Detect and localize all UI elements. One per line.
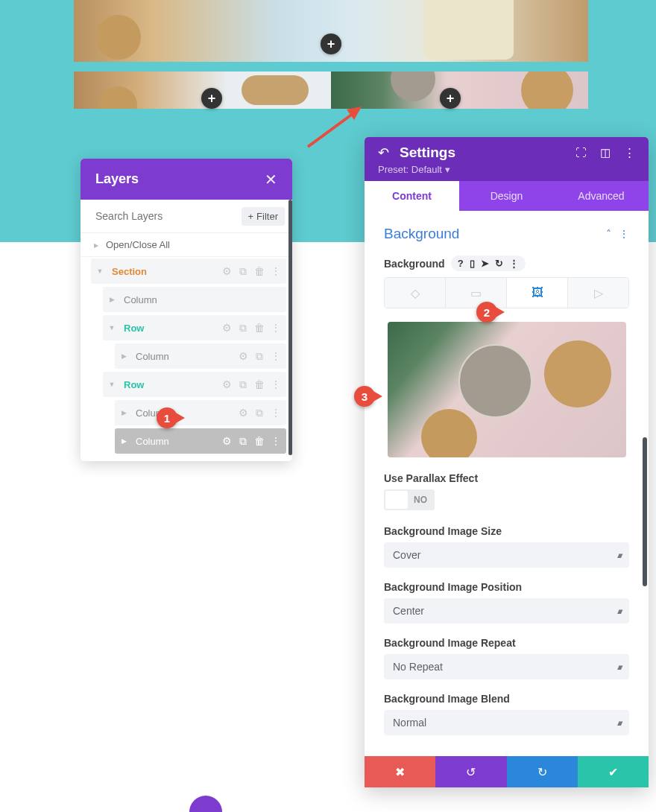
caret-icon[interactable]: ▶ — [103, 296, 121, 303]
layers-panel: Layers ✕ + Filter Open/Close All ▼ Secti… — [81, 159, 292, 461]
duplicate-icon[interactable]: ⧉ — [253, 407, 265, 419]
expand-icon[interactable]: ⛶ — [575, 146, 587, 159]
more-icon[interactable]: ⋮ — [270, 322, 282, 334]
bg-blend-select[interactable]: Normal ▴▾ — [384, 710, 629, 735]
caret-icon[interactable]: ▼ — [103, 381, 121, 388]
gear-icon[interactable]: ⚙ — [221, 322, 233, 334]
settings-footer: ✖ ↺ ↻ ✔ — [365, 756, 649, 787]
bg-blend-label: Background Image Blend — [384, 693, 629, 705]
annotation-arrow — [302, 101, 368, 153]
layer-label[interactable]: Column — [133, 407, 237, 419]
duplicate-icon[interactable]: ⧉ — [253, 350, 265, 363]
parallax-toggle[interactable]: NO — [384, 489, 435, 510]
gear-icon[interactable]: ⚙ — [221, 378, 233, 391]
duplicate-icon[interactable]: ⧉ — [237, 265, 249, 278]
add-column-1-button[interactable]: + — [201, 88, 222, 109]
add-column-2-button[interactable]: + — [440, 88, 461, 109]
chevron-down-icon: ▾ — [445, 164, 450, 175]
preset-selector[interactable]: Preset: Default ▾ — [378, 164, 635, 175]
gear-icon[interactable]: ⚙ — [237, 350, 249, 363]
layers-header: Layers ✕ — [81, 159, 292, 200]
tab-content[interactable]: Content — [365, 181, 459, 211]
more-icon[interactable]: ⋮ — [270, 265, 282, 278]
gear-icon[interactable]: ⚙ — [221, 435, 233, 448]
layer-column[interactable]: ▶ Column ⚙⧉⋮ — [115, 400, 286, 425]
plus-icon: + — [248, 211, 254, 222]
bg-image-tab[interactable]: 🖼 — [507, 278, 568, 308]
more-icon[interactable]: ⋮ — [270, 435, 282, 448]
back-icon[interactable]: ↶ — [378, 145, 389, 161]
layer-row[interactable]: ▼ Row ⚙⧉🗑⋮ — [103, 372, 286, 397]
settings-body: Background ˄⋮ Background ? ▯ ➤ ↻ ⋮ ◇ ▭ 🖼… — [365, 211, 649, 756]
layer-label[interactable]: Row — [121, 323, 221, 334]
toggle-knob — [385, 491, 408, 509]
more-icon[interactable]: ⋮ — [619, 228, 629, 240]
tab-design[interactable]: Design — [459, 181, 554, 211]
dock-icon[interactable]: ◫ — [600, 146, 611, 159]
layer-label[interactable]: Section — [109, 266, 221, 277]
settings-header: ↶ Settings ⛶ ◫ ⋮ Preset: Default ▾ — [365, 137, 649, 181]
add-section-button[interactable]: + — [321, 34, 341, 54]
layers-scrollbar[interactable] — [288, 200, 292, 455]
trash-icon[interactable]: 🗑 — [253, 265, 265, 278]
gear-icon[interactable]: ⚙ — [221, 265, 233, 278]
hero-column-2[interactable] — [331, 72, 588, 109]
bg-position-select[interactable]: Center ▴▾ — [384, 598, 629, 624]
reset-icon[interactable]: ↻ — [495, 258, 503, 269]
cancel-button[interactable]: ✖ — [365, 756, 435, 787]
caret-icon[interactable]: ▶ — [115, 352, 133, 360]
toggle-value: NO — [408, 495, 433, 505]
search-input[interactable] — [88, 206, 242, 226]
more-icon[interactable]: ⋮ — [509, 258, 519, 269]
more-icon[interactable]: ⋮ — [624, 146, 635, 159]
settings-title: Settings — [400, 145, 455, 161]
trash-icon[interactable]: 🗑 — [253, 378, 265, 391]
duplicate-icon[interactable]: ⧉ — [237, 322, 249, 334]
settings-scrollbar[interactable] — [643, 437, 647, 586]
more-icon[interactable]: ⋮ — [270, 378, 282, 391]
undo-button[interactable]: ↺ — [435, 756, 506, 787]
save-button[interactable]: ✔ — [578, 756, 649, 787]
layer-section[interactable]: ▼ Section ⚙⧉🗑⋮ — [91, 258, 286, 284]
section-title[interactable]: Background — [384, 226, 459, 242]
layer-row[interactable]: ▼ Row ⚙⧉🗑⋮ — [103, 315, 286, 340]
select-value: Center — [393, 605, 424, 617]
layer-label[interactable]: Column — [133, 351, 237, 362]
cursor-icon[interactable]: ➤ — [481, 258, 489, 269]
caret-icon[interactable]: ▶ — [115, 437, 133, 445]
layer-column-selected[interactable]: ▶ Column ⚙⧉🗑⋮ — [115, 428, 286, 454]
layer-column[interactable]: ▶ Column ⚙⧉⋮ — [115, 343, 286, 369]
redo-button[interactable]: ↻ — [507, 756, 578, 787]
caret-icon[interactable]: ▼ — [91, 267, 109, 275]
duplicate-icon[interactable]: ⧉ — [237, 435, 249, 448]
caret-icon[interactable]: ▶ — [115, 409, 133, 416]
trash-icon[interactable]: 🗑 — [253, 435, 265, 448]
open-close-all[interactable]: Open/Close All — [81, 233, 292, 257]
tab-advanced[interactable]: Advanced — [554, 181, 649, 211]
bg-repeat-select[interactable]: No Repeat ▴▾ — [384, 654, 629, 679]
layer-label[interactable]: Column — [121, 294, 286, 305]
chevron-icon: ▴▾ — [617, 718, 620, 728]
phone-icon[interactable]: ▯ — [470, 258, 475, 269]
trash-icon[interactable]: 🗑 — [253, 322, 265, 334]
filter-button[interactable]: + Filter — [242, 207, 285, 226]
layer-label[interactable]: Row — [121, 379, 221, 390]
more-icon[interactable]: ⋮ — [270, 350, 282, 363]
help-icon[interactable]: ? — [458, 258, 464, 269]
gear-icon[interactable]: ⚙ — [237, 407, 249, 419]
bg-repeat-label: Background Image Repeat — [384, 637, 629, 649]
close-icon[interactable]: ✕ — [265, 171, 277, 188]
bg-size-select[interactable]: Cover ▴▾ — [384, 542, 629, 568]
layers-tree: ▼ Section ⚙⧉🗑⋮ ▶ Column ▼ Row ⚙⧉🗑⋮ ▶ Col… — [81, 257, 292, 461]
layer-label[interactable]: Column — [133, 436, 221, 447]
collapse-icon[interactable]: ˄ — [606, 228, 611, 240]
layer-column[interactable]: ▶ Column — [103, 287, 286, 312]
settings-panel: ↶ Settings ⛶ ◫ ⋮ Preset: Default ▾ Conte… — [365, 137, 649, 787]
more-icon[interactable]: ⋮ — [270, 407, 282, 419]
bg-color-tab[interactable]: ◇ — [385, 278, 446, 308]
caret-icon[interactable]: ▼ — [103, 324, 121, 332]
duplicate-icon[interactable]: ⧉ — [237, 378, 249, 391]
bg-size-label: Background Image Size — [384, 525, 629, 537]
bg-video-tab[interactable]: ▷ — [568, 278, 628, 308]
background-image-preview[interactable] — [388, 322, 626, 457]
